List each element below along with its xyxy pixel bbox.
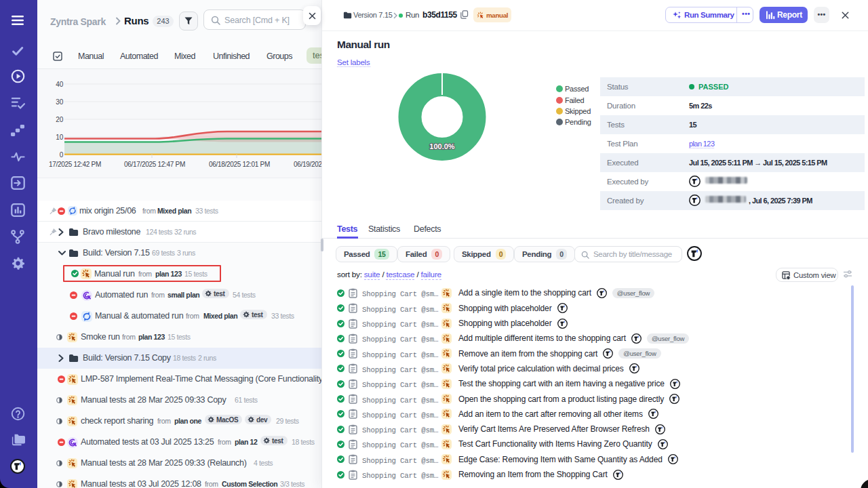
svg-text:100.0%: 100.0% [429,142,455,150]
